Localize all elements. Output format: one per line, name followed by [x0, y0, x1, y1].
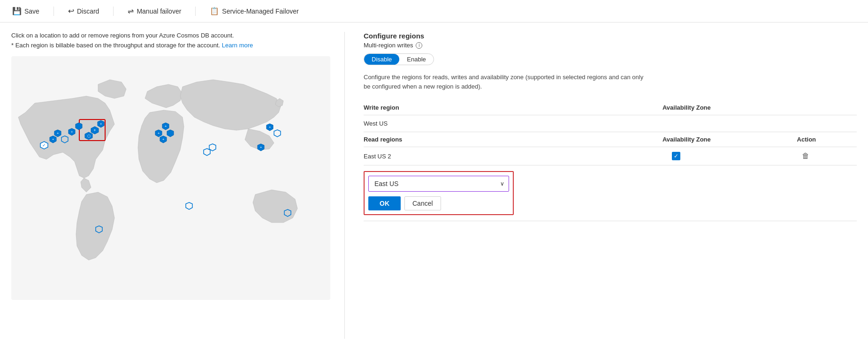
multi-region-writes-subtitle: Multi-region writes i: [364, 42, 857, 49]
left-panel: Click on a location to add or remove reg…: [11, 32, 344, 339]
svg-text:+: +: [57, 131, 59, 135]
write-region-row: West US: [364, 115, 857, 132]
ok-button[interactable]: OK: [368, 196, 401, 210]
map-svg: ✓ + ⬡ +: [11, 56, 330, 300]
service-managed-label: Service-Managed Failover: [222, 7, 298, 15]
service-managed-failover-button[interactable]: 📋 Service-Managed Failover: [207, 5, 301, 17]
checkmark-icon: ✓: [674, 153, 678, 159]
multi-region-writes-label: Multi-region writes: [364, 42, 413, 49]
world-map[interactable]: ✓ + ⬡ +: [11, 56, 330, 300]
dropdown-wrapper: East US West US 2 Central US North Europ…: [368, 176, 509, 192]
save-button[interactable]: 💾 Save: [9, 5, 42, 17]
cancel-button[interactable]: Cancel: [404, 196, 441, 210]
description-billing: * Each region is billable based on the t…: [11, 42, 220, 49]
svg-text:+: +: [93, 128, 96, 133]
action-buttons: OK Cancel: [368, 196, 509, 210]
discard-icon: ↩: [68, 7, 74, 15]
write-region-value: West US: [364, 115, 662, 132]
manual-failover-button[interactable]: ⇌ Manual failover: [125, 5, 184, 17]
svg-marker-25: [204, 149, 210, 156]
add-region-row: East US West US 2 Central US North Europ…: [364, 165, 857, 221]
toolbar-separator-3: [195, 7, 196, 16]
read-availability-zone: ✓: [662, 147, 797, 165]
manual-failover-label: Manual failover: [137, 7, 181, 15]
availability-zone-header-read: Availability Zone: [662, 132, 797, 147]
read-regions-header-row: Read regions Availability Zone Action: [364, 132, 857, 147]
dropdown-container: East US West US 2 Central US North Europ…: [368, 176, 509, 192]
save-icon: 💾: [12, 7, 22, 15]
svg-text:+: +: [71, 130, 73, 134]
svg-marker-29: [274, 130, 281, 137]
right-panel: Configure regions Multi-region writes i …: [344, 32, 857, 339]
table-header-row: Write region Availability Zone: [364, 100, 857, 115]
add-region-cell: East US West US 2 Central US North Europ…: [364, 165, 857, 221]
discard-button[interactable]: ↩ Discard: [65, 5, 102, 17]
svg-text:✓: ✓: [42, 143, 46, 148]
info-icon[interactable]: i: [416, 42, 422, 49]
add-region-box: East US West US 2 Central US North Europ…: [364, 171, 514, 215]
svg-text:+: +: [165, 124, 167, 128]
delete-icon[interactable]: 🗑: [802, 152, 809, 160]
write-action: [797, 115, 857, 132]
action-header-placeholder: [797, 100, 857, 115]
svg-text:+: +: [260, 145, 262, 149]
svg-marker-14: [76, 123, 82, 130]
region-dropdown[interactable]: East US West US 2 Central US North Europ…: [368, 176, 509, 192]
save-label: Save: [24, 7, 39, 15]
description-text-1: Click on a location to add or remove reg…: [11, 32, 330, 39]
svg-text:+: +: [52, 137, 54, 142]
multi-region-toggle[interactable]: Disable Enable: [364, 53, 434, 65]
svg-text:⬡: ⬡: [87, 134, 91, 138]
svg-text:+: +: [100, 122, 102, 126]
read-regions-header: Read regions: [364, 132, 662, 147]
learn-more-link[interactable]: Learn more: [222, 42, 253, 49]
config-description: Configure the regions for reads, writes …: [364, 73, 645, 91]
service-managed-icon: 📋: [210, 7, 219, 15]
read-region-value: East US 2: [364, 147, 662, 165]
read-action[interactable]: 🗑: [797, 147, 857, 165]
toolbar-separator-1: [53, 7, 54, 16]
enable-toggle-button[interactable]: Enable: [399, 54, 433, 65]
availability-zone-header-write: Availability Zone: [662, 100, 797, 115]
svg-text:+: +: [269, 125, 271, 129]
toolbar-separator-2: [113, 7, 114, 16]
svg-marker-22: [167, 130, 174, 137]
svg-text:+: +: [158, 131, 160, 135]
toolbar: 💾 Save ↩ Discard ⇌ Manual failover 📋 Ser…: [0, 0, 868, 22]
discard-label: Discard: [77, 7, 99, 15]
svg-text:+: +: [162, 137, 165, 142]
read-region-row: East US 2 ✓ 🗑: [364, 147, 857, 165]
svg-marker-26: [209, 144, 216, 151]
description-text-2: * Each region is billable based on the t…: [11, 42, 330, 49]
manual-failover-icon: ⇌: [128, 7, 134, 15]
action-header: Action: [797, 132, 857, 147]
configure-regions-title: Configure regions: [364, 32, 857, 40]
svg-marker-33: [186, 202, 192, 209]
availability-checkbox: ✓: [672, 152, 680, 160]
write-availability-zone: [662, 115, 797, 132]
main-layout: Click on a location to add or remove reg…: [0, 22, 868, 348]
disable-toggle-button[interactable]: Disable: [364, 54, 399, 65]
regions-table: Write region Availability Zone West US R…: [364, 100, 857, 221]
write-region-header: Write region: [364, 100, 662, 115]
